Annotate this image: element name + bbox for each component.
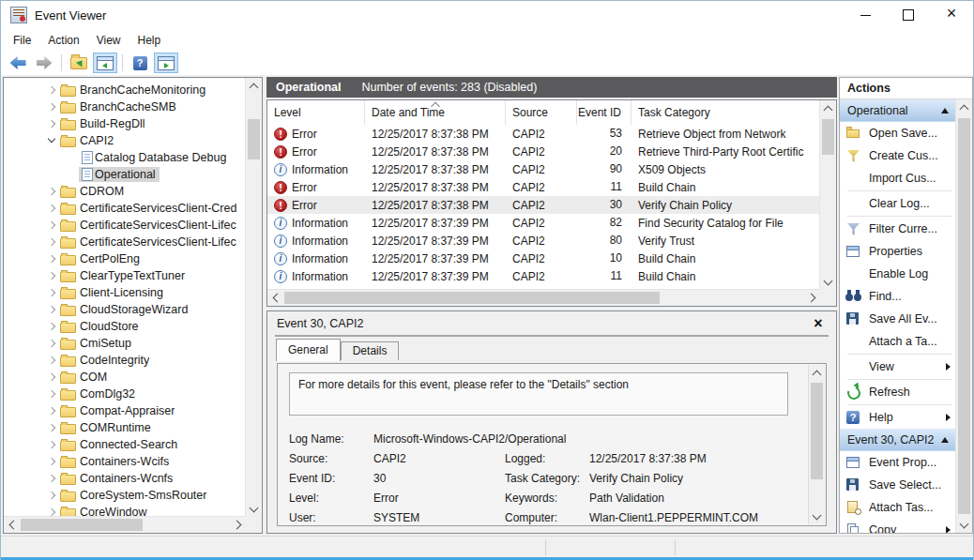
forward-button[interactable] — [32, 53, 56, 73]
scrollbar-thumb[interactable] — [248, 119, 260, 159]
scrollbar-thumb[interactable] — [822, 119, 834, 155]
export-button[interactable] — [67, 53, 91, 73]
event-row[interactable]: Information12/25/2017 8:37:39 PMCAPI211B… — [267, 267, 820, 285]
chevron-right-icon[interactable] — [44, 119, 59, 129]
detail-vertical-scrollbar[interactable] — [808, 365, 825, 524]
action-event-prop[interactable]: Event Prop... — [840, 451, 956, 474]
action-refresh[interactable]: Refresh — [840, 381, 956, 403]
column-header-level[interactable]: Level — [267, 100, 365, 125]
event-row[interactable]: Information12/25/2017 8:37:38 PMCAPI290X… — [267, 160, 820, 178]
tree-item-containers-wcifs[interactable]: Containers-Wcifs — [5, 453, 245, 470]
tree-item-cdrom[interactable]: CDROM — [5, 183, 245, 200]
scroll-up-button[interactable] — [246, 78, 262, 94]
tree-item-catalog-database-debug[interactable]: Catalog Database Debug — [5, 149, 245, 166]
close-detail-button[interactable] — [810, 315, 827, 332]
close-button[interactable] — [930, 1, 973, 29]
chevron-right-icon[interactable] — [44, 406, 59, 416]
event-row[interactable]: Information12/25/2017 8:37:39 PMCAPI210B… — [267, 250, 820, 267]
chevron-right-icon[interactable] — [44, 305, 59, 314]
tree-item-cloudstoragewizard[interactable]: CloudStorageWizard — [5, 301, 245, 318]
actions-vertical-scrollbar[interactable] — [955, 99, 972, 533]
tree-item-capi2[interactable]: CAPI2 — [5, 132, 245, 149]
chevron-right-icon[interactable] — [44, 220, 59, 230]
action-attach-a-ta[interactable]: Attach a Ta... — [840, 330, 956, 353]
action-copy[interactable]: Copy — [840, 519, 956, 533]
scroll-down-button[interactable] — [809, 508, 825, 524]
scroll-up-button[interactable] — [956, 99, 972, 115]
tree-item-coresystem-smsrouter[interactable]: CoreSystem-SmsRouter — [5, 487, 245, 504]
tree-item-cloudstore[interactable]: CloudStore — [5, 318, 245, 335]
help-button[interactable] — [128, 53, 152, 73]
action-group-header-event-30-capi2[interactable]: Event 30, CAPI2 — [840, 429, 956, 451]
chevron-down-icon[interactable] — [44, 136, 59, 145]
tree-item-certificateservicesclient-cred[interactable]: CertificateServicesClient-Cred — [5, 200, 245, 217]
scroll-up-button[interactable] — [809, 365, 825, 381]
column-header-task-category[interactable]: Task Category — [632, 100, 820, 125]
chevron-right-icon[interactable] — [44, 474, 59, 483]
minimize-button[interactable] — [844, 1, 887, 29]
scrollbar-thumb[interactable] — [21, 519, 143, 531]
chevron-right-icon[interactable] — [44, 457, 59, 466]
tree-item-containers-wcnfs[interactable]: Containers-Wcnfs — [5, 470, 245, 487]
tree-item-cleartypetexttuner[interactable]: ClearTypeTextTuner — [5, 267, 245, 284]
scroll-left-button[interactable] — [4, 517, 20, 533]
tree-item-build-regdll[interactable]: Build-RegDll — [5, 115, 245, 132]
scrollbar-thumb[interactable] — [958, 118, 970, 514]
action-save-select[interactable]: Save Select... — [840, 474, 956, 496]
event-row[interactable]: Information12/25/2017 8:37:39 PMCAPI280V… — [267, 232, 820, 250]
tree-item-branchcachesmb[interactable]: BranchCacheSMB — [5, 98, 245, 115]
action-properties[interactable]: Properties — [840, 240, 956, 263]
chevron-right-icon[interactable] — [44, 423, 59, 432]
event-row[interactable]: Error12/25/2017 8:37:38 PMCAPI220Retriev… — [267, 143, 820, 160]
chevron-right-icon[interactable] — [44, 372, 59, 382]
chevron-right-icon[interactable] — [44, 507, 59, 516]
action-import-cus[interactable]: Import Cus... — [840, 167, 956, 189]
tree-item-certificateservicesclient-lifec[interactable]: CertificateServicesClient-Lifec — [5, 217, 245, 234]
tree-item-certificateservicesclient-lifec[interactable]: CertificateServicesClient-Lifec — [5, 234, 245, 250]
chevron-right-icon[interactable] — [44, 288, 59, 297]
chevron-right-icon[interactable] — [44, 356, 59, 365]
show-hide-action-pane-button[interactable] — [154, 53, 178, 73]
tree-item-corewindow[interactable]: CoreWindow — [5, 504, 245, 516]
scroll-left-button[interactable] — [267, 290, 283, 306]
action-create-cus[interactable]: Create Cus... — [840, 144, 956, 167]
tree-item-cmisetup[interactable]: CmiSetup — [5, 335, 245, 352]
back-button[interactable] — [6, 53, 30, 73]
scrollbar-thumb[interactable] — [811, 383, 823, 479]
column-header-source[interactable]: Source — [506, 100, 577, 125]
chevron-right-icon[interactable] — [44, 491, 59, 500]
event-row[interactable]: Information12/25/2017 8:37:39 PMCAPI282F… — [267, 214, 820, 232]
tree-item-connected-search[interactable]: Connected-Search — [5, 436, 245, 453]
action-open-save[interactable]: Open Save... — [840, 122, 956, 144]
chevron-right-icon[interactable] — [44, 204, 59, 213]
scroll-up-button[interactable] — [820, 100, 836, 116]
action-attach-tas[interactable]: Attach Tas... — [840, 496, 956, 519]
chevron-right-icon[interactable] — [44, 271, 59, 280]
chevron-right-icon[interactable] — [44, 389, 59, 399]
maximize-button[interactable] — [887, 1, 930, 29]
tree-item-compat-appraiser[interactable]: Compat-Appraiser — [5, 402, 245, 419]
chevron-right-icon[interactable] — [44, 322, 59, 331]
action-help[interactable]: Help — [840, 406, 956, 429]
tree-item-branchcachemonitoring[interactable]: BranchCacheMonitoring — [5, 82, 245, 98]
event-row[interactable]: Error12/25/2017 8:37:38 PMCAPI211Build C… — [267, 178, 820, 196]
event-row[interactable]: Error12/25/2017 8:37:38 PMCAPI253Retriev… — [267, 125, 820, 143]
tree-horizontal-scrollbar[interactable] — [4, 516, 246, 533]
scroll-down-button[interactable] — [246, 501, 262, 517]
chevron-right-icon[interactable] — [44, 85, 59, 95]
action-clear-log[interactable]: Clear Log... — [840, 192, 956, 215]
menu-item-file[interactable]: File — [5, 30, 39, 51]
action-group-header-operational[interactable]: Operational — [840, 99, 956, 122]
scroll-down-button[interactable] — [956, 517, 972, 533]
action-filter-curre[interactable]: Filter Curre... — [840, 218, 956, 240]
tree-item-codeintegrity[interactable]: CodeIntegrity — [5, 352, 245, 369]
action-enable-log[interactable]: Enable Log — [840, 263, 956, 285]
tree-item-com[interactable]: COM — [5, 369, 245, 386]
scroll-down-button[interactable] — [820, 274, 836, 290]
scrollbar-thumb[interactable] — [284, 292, 660, 304]
chevron-right-icon[interactable] — [44, 187, 59, 196]
chevron-right-icon[interactable] — [44, 339, 59, 348]
chevron-right-icon[interactable] — [44, 237, 59, 247]
chevron-right-icon[interactable] — [44, 440, 59, 449]
event-list-vertical-scrollbar[interactable] — [819, 100, 836, 290]
